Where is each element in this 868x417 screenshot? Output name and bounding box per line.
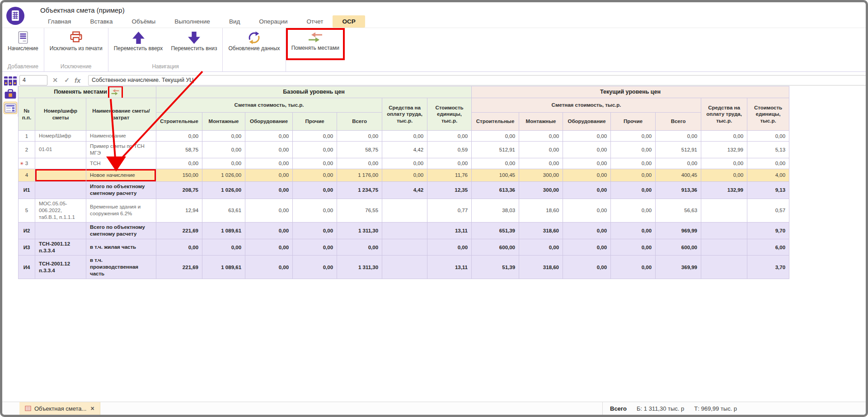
table-cell[interactable]: 0,00 bbox=[563, 142, 611, 158]
table-cell[interactable]: 0,00 bbox=[747, 158, 789, 169]
table-cell[interactable]: 0,00 bbox=[293, 199, 337, 222]
table-cell[interactable]: 13,11 bbox=[427, 256, 472, 279]
table-cell[interactable]: 600,00 bbox=[656, 239, 701, 256]
table-cell[interactable]: 0,00 bbox=[245, 142, 293, 158]
table-cell[interactable]: Временные здания и сооружения 6.2% bbox=[86, 199, 156, 222]
table-cell[interactable]: 0,00 bbox=[156, 131, 202, 142]
table-cell[interactable]: 0,00 bbox=[563, 199, 611, 222]
table-row[interactable]: 1Номер/ШифрНаименование0,000,000,000,000… bbox=[19, 131, 789, 142]
table-cell[interactable] bbox=[35, 181, 86, 199]
table-cell[interactable]: 0,00 bbox=[563, 158, 611, 169]
table-cell[interactable]: 0,00 bbox=[611, 142, 656, 158]
table-cell[interactable]: 38,03 bbox=[472, 199, 519, 222]
table-cell[interactable]: 0,00 bbox=[245, 181, 293, 199]
table-cell[interactable] bbox=[35, 169, 86, 181]
table-cell[interactable]: 0,00 bbox=[382, 158, 427, 169]
table-cell[interactable]: 0,00 bbox=[611, 239, 656, 256]
table-cell[interactable]: в т.ч. производственная часть bbox=[86, 256, 156, 279]
table-cell[interactable] bbox=[701, 222, 747, 239]
table-cell[interactable]: 12,35 bbox=[427, 181, 472, 199]
table-cell[interactable]: ТСН-2001.12 п.3.3.4 bbox=[35, 256, 86, 279]
close-icon[interactable]: × bbox=[90, 405, 94, 412]
table-cell[interactable]: 13,11 bbox=[427, 222, 472, 239]
tab-vypolnenie[interactable]: Выполнение bbox=[165, 15, 220, 28]
table-cell[interactable] bbox=[701, 199, 747, 222]
table-cell[interactable]: 58,75 bbox=[337, 142, 382, 158]
table-cell[interactable]: 0,00 bbox=[563, 181, 611, 199]
table-cell[interactable]: 0,00 bbox=[701, 169, 747, 181]
table-cell[interactable]: 0,00 bbox=[337, 239, 382, 256]
table-cell[interactable]: 208,75 bbox=[156, 181, 202, 199]
table-cell[interactable]: 0,00 bbox=[156, 239, 202, 256]
table-cell[interactable]: 5 bbox=[19, 199, 35, 222]
table-cell[interactable]: 0,00 bbox=[245, 131, 293, 142]
table-cell[interactable]: 1 026,00 bbox=[202, 181, 245, 199]
table-cell[interactable]: 0,00 bbox=[611, 158, 656, 169]
table-cell[interactable]: 369,99 bbox=[656, 256, 701, 279]
table-cell[interactable]: 0,00 bbox=[611, 256, 656, 279]
table-cell[interactable]: 512,91 bbox=[472, 142, 519, 158]
table-cell[interactable]: 0,00 bbox=[293, 142, 337, 158]
table-cell[interactable]: 0,00 bbox=[245, 158, 293, 169]
table-cell[interactable]: 0,00 bbox=[611, 131, 656, 142]
table-cell[interactable]: 0,00 bbox=[563, 256, 611, 279]
estimate-document-view-button[interactable] bbox=[4, 102, 17, 114]
table-row[interactable]: 4Новое начисление150,001 026,000,000,001… bbox=[19, 169, 789, 181]
table-cell[interactable]: 0,00 bbox=[472, 131, 519, 142]
table-cell[interactable]: 4,00 bbox=[747, 169, 789, 181]
table-cell[interactable]: 0,00 bbox=[611, 199, 656, 222]
table-cell[interactable]: 0,00 bbox=[563, 222, 611, 239]
table-cell[interactable]: 0,00 bbox=[701, 131, 747, 142]
tab-vid[interactable]: Вид bbox=[220, 15, 249, 28]
table-cell[interactable]: И4 bbox=[19, 256, 35, 279]
table-cell[interactable]: 0,77 bbox=[427, 199, 472, 222]
table-cell[interactable]: 1 089,61 bbox=[202, 222, 245, 239]
table-cell[interactable]: 1 176,00 bbox=[337, 169, 382, 181]
table-cell[interactable]: 0,00 bbox=[427, 158, 472, 169]
table-cell[interactable]: 150,00 bbox=[156, 169, 202, 181]
table-row[interactable]: 201-01Пример сметы по ТСН МГЭ58,750,000,… bbox=[19, 142, 789, 158]
table-cell[interactable]: 12,94 bbox=[156, 199, 202, 222]
table-cell[interactable]: 9,13 bbox=[747, 181, 789, 199]
table-cell[interactable]: 0,00 bbox=[293, 131, 337, 142]
table-cell[interactable]: 0,00 bbox=[202, 239, 245, 256]
table-cell[interactable]: 3,70 bbox=[747, 256, 789, 279]
table-cell[interactable]: 0,00 bbox=[611, 169, 656, 181]
table-cell[interactable]: 4,42 bbox=[382, 181, 427, 199]
table-row[interactable]: И1Итого по объектному сметному расчету20… bbox=[19, 181, 789, 199]
table-cell[interactable]: ✳3 bbox=[19, 158, 35, 169]
table-cell[interactable]: И2 bbox=[19, 222, 35, 239]
table-cell[interactable]: 0,00 bbox=[293, 239, 337, 256]
table-cell[interactable] bbox=[382, 199, 427, 222]
table-cell[interactable]: 1 026,00 bbox=[202, 169, 245, 181]
table-cell[interactable] bbox=[701, 239, 747, 256]
table-cell[interactable]: 0,00 bbox=[293, 256, 337, 279]
table-cell[interactable]: 0,00 bbox=[293, 158, 337, 169]
table-cell[interactable] bbox=[35, 158, 86, 169]
document-tab[interactable]: Объектная смета... × bbox=[19, 402, 100, 415]
table-cell[interactable]: 0,59 bbox=[427, 142, 472, 158]
table-cell[interactable]: 400,45 bbox=[656, 169, 701, 181]
table-cell[interactable]: 1 089,61 bbox=[202, 256, 245, 279]
table-cell[interactable]: 0,00 bbox=[701, 158, 747, 169]
table-cell[interactable]: 0,00 bbox=[427, 239, 472, 256]
table-cell[interactable]: 01-01 bbox=[35, 142, 86, 158]
move-up-button[interactable]: Переместить вверх bbox=[110, 28, 167, 52]
table-cell[interactable]: Итого по объектному сметному расчету bbox=[86, 181, 156, 199]
table-cell[interactable]: И1 bbox=[19, 181, 35, 199]
tab-osr[interactable]: ОСР bbox=[333, 15, 365, 28]
table-cell[interactable]: 0,00 bbox=[337, 158, 382, 169]
table-cell[interactable]: 1 311,30 bbox=[337, 256, 382, 279]
table-cell[interactable] bbox=[382, 239, 427, 256]
table-cell[interactable]: 0,00 bbox=[202, 158, 245, 169]
table-cell[interactable]: 0,00 bbox=[245, 199, 293, 222]
table-cell[interactable]: 0,00 bbox=[427, 131, 472, 142]
table-row[interactable]: И2Всего по объектному сметному расчету22… bbox=[19, 222, 789, 239]
binders-view-button[interactable] bbox=[4, 75, 17, 87]
table-cell[interactable]: 0,00 bbox=[382, 131, 427, 142]
tab-operacii[interactable]: Операции bbox=[249, 15, 297, 28]
table-cell[interactable]: 0,00 bbox=[611, 222, 656, 239]
table-cell[interactable]: 6,00 bbox=[747, 239, 789, 256]
table-cell[interactable]: 11,76 bbox=[427, 169, 472, 181]
table-cell[interactable]: 0,00 bbox=[245, 256, 293, 279]
